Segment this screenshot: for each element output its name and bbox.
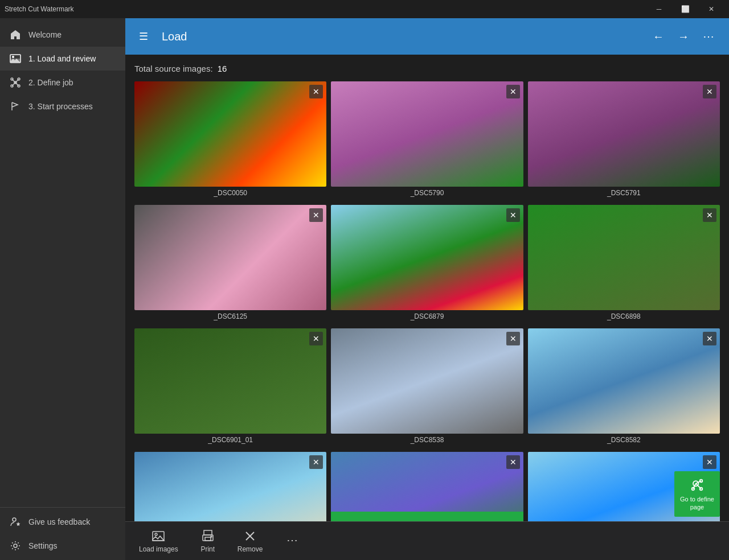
image-label-dsc0050: _DSC0050	[134, 187, 326, 200]
print-button[interactable]: Print	[187, 525, 228, 558]
settings-item[interactable]: Settings	[0, 534, 125, 558]
image-card-row4-2[interactable]: ✕_DSC8600	[331, 452, 523, 521]
goto-define-page-button[interactable]: Go to definepage	[674, 471, 720, 517]
hub-icon	[9, 76, 22, 89]
sidebar: Welcome 1. Load and review	[0, 18, 125, 560]
image-grid: ✕_DSC0050✕_DSC5790✕_DSC5791✕_DSC6125✕_DS…	[134, 81, 720, 521]
remove-label: Remove	[237, 545, 263, 553]
gear-icon	[9, 540, 22, 552]
goto-define-icon	[689, 477, 705, 493]
content-area: Total source images: 16 ✕_DSC0050✕_DSC57…	[125, 55, 729, 521]
load-images-label: Load images	[139, 545, 178, 553]
main-area: ☰ Load ← → ⋯ Total source images: 16 ✕_D…	[125, 18, 729, 560]
image-card-dsc6898[interactable]: ✕_DSC6898	[528, 205, 720, 324]
goto-label: Go to definepage	[680, 495, 714, 512]
image-card-dsc6879[interactable]: ✕_DSC6879	[331, 205, 523, 324]
image-thumb-dsc5791	[528, 81, 720, 187]
image-label-dsc8582: _DSC8582	[528, 434, 720, 447]
sidebar-item-define-job[interactable]: 2. Define job	[0, 71, 125, 94]
svg-point-15	[155, 533, 157, 536]
title-bar: Stretch Cut Watermark ─ ⬜ ✕	[0, 0, 729, 18]
feedback-label: Give us feedback	[28, 517, 90, 526]
page-header: ☰ Load ← → ⋯	[125, 18, 729, 55]
sidebar-nav: Welcome 1. Load and review	[0, 18, 125, 507]
image-thumb-row4-2	[331, 452, 523, 521]
svg-point-12	[13, 518, 16, 521]
remove-image-btn-dsc6879[interactable]: ✕	[506, 208, 520, 222]
total-source-label: Total source images: 16	[134, 64, 720, 73]
image-thumb-dsc0050	[134, 81, 326, 187]
remove-image-btn-row4-2[interactable]: ✕	[506, 455, 520, 469]
feedback-item[interactable]: Give us feedback	[0, 510, 125, 534]
svg-point-13	[14, 544, 17, 547]
remove-image-btn-dsc8582[interactable]: ✕	[703, 332, 716, 345]
app-title: Stretch Cut Watermark	[5, 5, 74, 13]
svg-point-2	[12, 56, 14, 58]
image-card-row4-1[interactable]: ✕_DSC8583	[134, 452, 326, 521]
more-button[interactable]: ⋯	[697, 25, 720, 48]
svg-line-9	[15, 79, 19, 83]
remove-button[interactable]: Remove	[228, 525, 272, 558]
settings-label: Settings	[28, 541, 58, 550]
image-card-dsc5791[interactable]: ✕_DSC5791	[528, 81, 720, 200]
total-count: 16	[218, 64, 227, 73]
window-controls: ─ ⬜ ✕	[646, 0, 724, 18]
hamburger-button[interactable]: ☰	[134, 26, 153, 47]
image-card-dsc6901[interactable]: ✕_DSC6901_01	[134, 328, 326, 447]
image-thumb-row4-1	[134, 452, 326, 521]
load-review-label: 1. Load and review	[28, 54, 96, 63]
print-icon	[201, 529, 215, 543]
minimize-button[interactable]: ─	[646, 0, 672, 18]
remove-icon	[243, 529, 257, 543]
page-title: Load	[162, 30, 647, 43]
print-label: Print	[200, 545, 215, 553]
image-thumb-dsc6901	[134, 328, 326, 434]
remove-image-btn-dsc5790[interactable]: ✕	[506, 85, 520, 98]
image-label-dsc6901: _DSC6901_01	[134, 434, 326, 447]
remove-image-btn-row4-1[interactable]: ✕	[309, 455, 323, 469]
image-thumb-dsc5790	[331, 81, 523, 187]
svg-line-11	[15, 83, 19, 86]
image-label-dsc6125: _DSC6125	[134, 310, 326, 324]
image-card-dsc0050[interactable]: ✕_DSC0050	[134, 81, 326, 200]
remove-image-btn-dsc0050[interactable]: ✕	[309, 85, 323, 98]
start-processes-label: 3. Start processes	[28, 102, 93, 111]
flag-icon	[9, 100, 22, 113]
load-images-icon	[151, 529, 165, 543]
svg-rect-18	[205, 537, 211, 541]
app-layout: Welcome 1. Load and review	[0, 18, 729, 560]
maximize-button[interactable]: ⬜	[672, 0, 698, 18]
image-thumb-dsc6898	[528, 205, 720, 310]
remove-image-btn-row4-3[interactable]: ✕	[703, 455, 716, 469]
more-toolbar-button[interactable]: ⋯	[272, 529, 313, 554]
close-button[interactable]: ✕	[698, 0, 724, 18]
image-label-dsc5791: _DSC5791	[528, 187, 720, 200]
back-button[interactable]: ←	[647, 25, 670, 48]
define-job-label: 2. Define job	[28, 78, 73, 87]
sidebar-item-load-review[interactable]: 1. Load and review	[0, 47, 125, 71]
image-card-dsc8582[interactable]: ✕_DSC8582	[528, 328, 720, 447]
more-toolbar-icon: ⋯	[286, 533, 298, 547]
image-card-dsc6125[interactable]: ✕_DSC6125	[134, 205, 326, 324]
load-images-button[interactable]: Load images	[130, 525, 187, 558]
toolbar: Load images Print	[125, 521, 729, 560]
sidebar-item-start-processes[interactable]: 3. Start processes	[0, 94, 125, 118]
image-thumb-dsc6879	[331, 205, 523, 310]
image-thumb-dsc8582	[528, 328, 720, 434]
image-label-dsc6879: _DSC6879	[331, 310, 523, 324]
image-label-dsc5790: _DSC5790	[331, 187, 523, 200]
remove-image-btn-dsc8538[interactable]: ✕	[506, 332, 520, 345]
image-thumb-dsc8538	[331, 328, 523, 434]
image-card-dsc5790[interactable]: ✕_DSC5790	[331, 81, 523, 200]
green-banner	[331, 512, 523, 521]
remove-image-btn-dsc6125[interactable]: ✕	[309, 208, 323, 222]
remove-image-btn-dsc6898[interactable]: ✕	[703, 208, 716, 222]
forward-button[interactable]: →	[672, 25, 695, 48]
image-icon	[9, 52, 22, 65]
header-nav: ← → ⋯	[647, 25, 720, 48]
sidebar-item-welcome[interactable]: Welcome	[0, 23, 125, 47]
remove-image-btn-dsc6901[interactable]: ✕	[309, 332, 323, 345]
image-card-dsc8538[interactable]: ✕_DSC8538	[331, 328, 523, 447]
image-thumb-dsc6125	[134, 205, 326, 310]
remove-image-btn-dsc5791[interactable]: ✕	[703, 85, 716, 98]
